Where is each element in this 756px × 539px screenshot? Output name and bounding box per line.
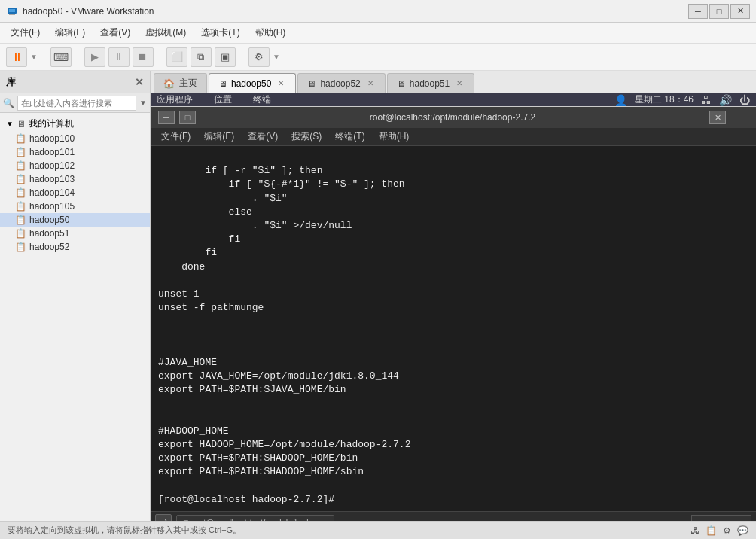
toolbar-view-unity-button[interactable]: ▣ (215, 47, 236, 67)
svg-rect-3 (9, 14, 15, 15)
sidebar-item-hadoop52[interactable]: 📋 hadoop52 (0, 240, 150, 254)
menu-vm[interactable]: 虚拟机(M) (138, 24, 194, 41)
toolbar-power-on-button[interactable]: ▶ (84, 47, 105, 67)
vm-icon: 📋 (15, 160, 26, 171)
tab-hadoop51[interactable]: 🖥 hadoop51 ✕ (387, 73, 474, 93)
toolbar-view-full-button[interactable]: ⧉ (191, 47, 212, 67)
sidebar-item-hadoop102[interactable]: 📋 hadoop102 (0, 159, 150, 172)
toolbar-sep-2 (78, 49, 78, 65)
toolbar-view-normal-button[interactable]: ⬜ (166, 47, 187, 67)
terminal-body[interactable]: if [ -r "$i" ]; then if [ "${-#*i}" != "… (151, 146, 756, 511)
tab-hadoop50-label: hadoop50 (231, 78, 271, 89)
sidebar-item-hadoop103[interactable]: 📋 hadoop103 (0, 172, 150, 186)
maximize-button[interactable]: □ (709, 4, 729, 19)
terminal-minimize-button[interactable]: ─ (158, 111, 175, 124)
power-icon[interactable]: ⏻ (739, 94, 750, 106)
tab-hadoop52-label: hadoop52 (320, 78, 360, 89)
sidebar-label-hadoop51: hadoop51 (29, 228, 69, 239)
network-icon[interactable]: 🖧 (701, 94, 712, 106)
sidebar-item-hadoop50[interactable]: 📋 hadoop50 (0, 213, 150, 227)
sidebar-item-hadoop105[interactable]: 📋 hadoop105 (0, 199, 150, 213)
menu-view[interactable]: 查看(V) (93, 24, 138, 41)
svg-rect-2 (11, 14, 14, 14)
tab-hadoop51-label: hadoop51 (410, 78, 450, 89)
term-menu-file[interactable]: 文件(F) (155, 129, 197, 145)
minimize-button[interactable]: ─ (688, 4, 708, 19)
vm-bar-right: 👤 星期二 18：46 🖧 🔊 ⏻ (614, 93, 750, 106)
vm-nav-terminal[interactable]: 终端 (253, 93, 271, 106)
terminal-path-label: ■ root@localhost:/opt/module/hadoo-... (176, 515, 334, 521)
sidebar-item-hadoop101[interactable]: 📋 hadoop101 (0, 145, 150, 159)
sidebar: 库 ✕ 🔍 ▼ ▼ 🖥 我的计算机 📋 hadoop100 � (0, 71, 151, 521)
search-dropdown-icon[interactable]: ▼ (139, 99, 147, 107)
sidebar-header: 库 ✕ (0, 71, 150, 93)
toolbar-settings-button[interactable]: ⚙ (248, 47, 270, 67)
term-menu-terminal[interactable]: 终端(T) (329, 129, 370, 145)
terminal-close-button[interactable]: ✕ (709, 111, 726, 124)
status-text: 要将输入定向到该虚拟机，请将鼠标指针移入其中或按 Ctrl+G。 (8, 525, 241, 536)
vm-nav-location[interactable]: 位置 (214, 93, 232, 106)
menu-edit[interactable]: 编辑(E) (47, 24, 93, 41)
term-menu-view[interactable]: 查看(V) (242, 129, 284, 145)
vm-nav-apps[interactable]: 应用程序 (157, 93, 193, 106)
close-button[interactable]: ✕ (730, 4, 750, 19)
vm-icon: 🖥 (307, 79, 316, 88)
term-menu-search[interactable]: 搜索(S) (285, 129, 328, 145)
vm-clock: 星期二 18：46 (635, 93, 694, 106)
status-bar: 要将输入定向到该虚拟机，请将鼠标指针移入其中或按 Ctrl+G。 🖧 📋 ⚙ 💬 (0, 521, 756, 539)
tab-hadoop51-close[interactable]: ✕ (454, 78, 465, 89)
titlebar-controls: ─ □ ✕ (688, 4, 750, 19)
menu-file[interactable]: 文件(F) (3, 24, 47, 41)
vm-icon: 📋 (15, 201, 26, 212)
tray-icon-1: 🖧 (690, 525, 700, 536)
tray-icon-4: 💬 (737, 525, 748, 536)
terminal-menubar: 文件(F) 编辑(E) 查看(V) 搜索(S) 终端(T) 帮助(H) (151, 128, 756, 146)
vm-icon: 📋 (15, 228, 26, 239)
home-icon: 🏠 (163, 78, 175, 89)
status-bar-right: 🖧 📋 ⚙ 💬 (690, 525, 748, 536)
menubar: 文件(F) 编辑(E) 查看(V) 虚拟机(M) 选项卡(T) 帮助(H) (0, 23, 756, 44)
app-window: hadoop50 - VMware Workstation ─ □ ✕ 文件(F… (0, 0, 756, 539)
terminal-title: root@localhost:/opt/module/hadoop-2.7.2 (196, 112, 709, 123)
vm-icon: 📋 (15, 147, 26, 157)
terminal-controls: ─ □ (158, 111, 196, 124)
tab-hadoop52[interactable]: 🖥 hadoop52 ✕ (297, 73, 385, 93)
vm-display-area: 应用程序 位置 终端 👤 星期二 18：46 🖧 🔊 ⏻ (151, 93, 756, 521)
tab-hadoop52-close[interactable]: ✕ (365, 78, 376, 89)
sidebar-label-hadoop104: hadoop104 (29, 187, 75, 198)
tree-root: ▼ 🖥 我的计算机 (0, 116, 150, 132)
computer-icon: 🖥 (17, 119, 26, 129)
sidebar-title: 库 (6, 75, 16, 89)
audio-icon[interactable]: 🔊 (719, 94, 732, 106)
sidebar-item-hadoop104[interactable]: 📋 hadoop104 (0, 186, 150, 199)
main-tabs-row: 🏠 主页 🖥 hadoop50 ✕ 🖥 hadoop52 ✕ 🖥 hadoop5… (151, 71, 756, 93)
tab-hadoop50[interactable]: 🖥 hadoop50 ✕ (209, 73, 296, 93)
vm-icon: 🖥 (397, 79, 405, 88)
sidebar-close-button[interactable]: ✕ (135, 76, 144, 88)
sidebar-label-hadoop102: hadoop102 (29, 160, 75, 171)
vm-avatar-icon: 👤 (614, 94, 627, 106)
toolbar-sep-4 (242, 49, 242, 65)
toolbar-pause-button[interactable]: ⏸ (6, 47, 27, 67)
sidebar-label-hadoop100: hadoop100 (29, 133, 75, 144)
terminal-title-spacer: ✕ (709, 111, 748, 124)
terminal-maximize-button[interactable]: □ (179, 111, 196, 124)
tab-home[interactable]: 🏠 主页 (154, 73, 207, 93)
toolbar-suspend-button[interactable]: ⏸ (108, 47, 130, 67)
search-input[interactable] (17, 96, 136, 111)
vm-icon: 📋 (15, 133, 26, 144)
tab-hadoop50-close[interactable]: ✕ (276, 78, 286, 89)
vm-icon: 📋 (15, 215, 26, 225)
sidebar-label-hadoop101: hadoop101 (29, 147, 75, 157)
terminal-swap-button[interactable]: ⇄ (155, 514, 172, 521)
term-menu-edit[interactable]: 编辑(E) (198, 129, 240, 145)
term-menu-help[interactable]: 帮助(H) (373, 129, 416, 145)
terminal-titlebar: ─ □ root@localhost:/opt/module/hadoop-2.… (151, 107, 756, 128)
toolbar-keyboard-button[interactable]: ⌨ (50, 47, 72, 67)
menu-help[interactable]: 帮助(H) (248, 24, 294, 41)
sidebar-label-hadoop103: hadoop103 (29, 174, 75, 184)
toolbar-power-off-button[interactable]: ⏹ (133, 47, 154, 67)
menu-options[interactable]: 选项卡(T) (194, 24, 247, 41)
sidebar-item-hadoop100[interactable]: 📋 hadoop100 (0, 132, 150, 145)
sidebar-item-hadoop51[interactable]: 📋 hadoop51 (0, 227, 150, 240)
